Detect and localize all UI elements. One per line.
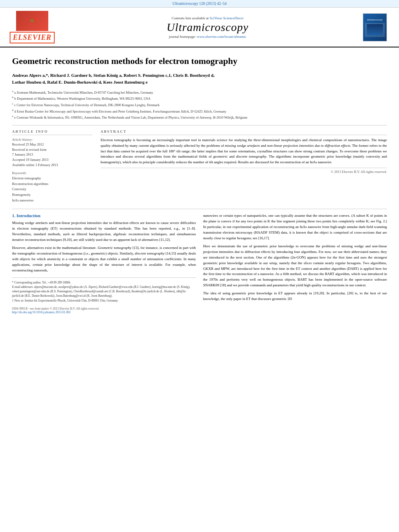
divider-body: [12, 209, 387, 209]
history-label: Article history:: [12, 138, 93, 142]
accepted-date: Accepted 19 January 2013: [12, 158, 93, 162]
doi-link-1: 0304-3991/$ - see front matter © 2013 El…: [12, 307, 196, 310]
affiliation-d: d d Ernst Ruska-Centre for Microscopy an…: [12, 108, 387, 114]
keyword-1: Reconstruction algorithms: [12, 181, 93, 187]
journal-header: 🌿 ELSEVIER Contents lists available at S…: [0, 8, 399, 47]
doi-link-2[interactable]: http://dx.doi.org/10.1016/j.ultramic.201…: [12, 310, 196, 314]
body-col-left: 1. Introduction Missing wedge artefacts …: [12, 213, 196, 314]
article-info-col: ARTICLE INFO Article history: Received 2…: [12, 129, 93, 203]
received-date: Received 25 May 2012: [12, 142, 93, 147]
journal-citation-text: Ultramicroscopy 128 (2013) 42–54: [173, 2, 226, 6]
info-abstract-row: ARTICLE INFO Article history: Received 2…: [12, 129, 387, 203]
journal-title-area: Contents lists available at SciVerse Sci…: [56, 16, 359, 39]
footnote-2: 1 Now at: Institut für Experimentelle Ph…: [12, 298, 196, 303]
received-revised-label: Received in revised form: [12, 148, 93, 152]
sciverse-link[interactable]: SciVerse ScienceDirect: [210, 16, 243, 20]
affiliation-c: c c Center for Electron Nanoscopy, Techn…: [12, 102, 387, 108]
journal-homepage: journal homepage: www.elsevier.com/locat…: [56, 35, 359, 39]
article-title: Geometric reconstruction methods for ele…: [12, 55, 387, 67]
main-content: Geometric reconstruction methods for ele…: [0, 47, 399, 322]
body-para-right-1: Here we demonstrate the use of geometric…: [203, 244, 387, 289]
keywords-section: Keywords: Electron tomography Reconstruc…: [12, 171, 93, 203]
section-1-heading: 1. Introduction: [12, 213, 196, 218]
journal-citation-banner: Ultramicroscopy 128 (2013) 42–54: [0, 0, 399, 8]
footnote-1: E-mail addresses: alpers@ma.tum.de, awal…: [12, 285, 196, 298]
affiliation-a: a a Zentrum Mathematik, Technische Unive…: [12, 89, 387, 95]
journal-name: Ultramicroscopy: [56, 21, 359, 34]
affiliations-block: a a Zentrum Mathematik, Technische Unive…: [12, 89, 387, 120]
copyright-text: © 2013 Elsevier B.V. All rights reserved…: [101, 168, 387, 174]
body-col-right: nanowires or certain types of nanopartic…: [203, 213, 387, 314]
thumb-text: ultramicroscopy: [366, 18, 384, 22]
abstract-text: Electron tomography is becoming an incre…: [101, 138, 387, 166]
abstract-header: ABSTRACT: [101, 129, 387, 135]
bottom-links: 0304-3991/$ - see front matter © 2013 El…: [12, 307, 196, 314]
author-line-2: Lothar Houben d, Rafal E. Dunin-Borkowsk…: [12, 80, 148, 84]
elsevier-label: ELSEVIER: [10, 32, 55, 43]
keyword-0: Electron tomography: [12, 176, 93, 181]
affiliation-e: e e Centrum Wiskunde & Informatica, NL-1…: [12, 114, 387, 120]
body-para-right-0: nanowires or certain types of nanopartic…: [203, 213, 387, 241]
footnote-0: * Corresponding author. Tel.: +49 89 289…: [12, 280, 196, 285]
body-para-right-2: The idea of using geometric prior knowle…: [203, 291, 387, 302]
authors-block: Andreas Alpers a,*, Richard J. Gardner b…: [12, 72, 387, 86]
body-para-1: However, alternatives exist in the mathe…: [12, 245, 196, 273]
body-columns: 1. Introduction Missing wedge artefacts …: [12, 213, 387, 314]
keywords-label: Keywords:: [12, 171, 93, 175]
elsevier-logo-area: 🌿 ELSEVIER: [8, 11, 56, 43]
available-date: Available online 1 February 2013: [12, 163, 93, 168]
keyword-2: Convexity: [12, 187, 93, 192]
author-line-1: Andreas Alpers a,*, Richard J. Gardner b…: [12, 73, 214, 78]
abstract-col: ABSTRACT Electron tomography is becoming…: [101, 129, 387, 203]
keyword-4: InAs nanowires: [12, 198, 93, 203]
journal-cover-thumb: ultramicroscopy: [363, 13, 387, 41]
homepage-url[interactable]: www.elsevier.com/locate/ultramic: [197, 35, 246, 39]
revised-date: 7 January 2013: [12, 152, 93, 157]
divider-top: [12, 125, 387, 125]
keyword-3: Homogeneity: [12, 192, 93, 198]
footnote-area: * Corresponding author. Tel.: +49 89 289…: [12, 277, 196, 303]
sciverse-line: Contents lists available at SciVerse Sci…: [56, 16, 359, 20]
body-para-0: Missing wedge artefacts and non-linear p…: [12, 220, 196, 243]
article-info-header: ARTICLE INFO: [12, 129, 93, 135]
affiliation-b: b b Department of Mathematics, Western W…: [12, 95, 387, 101]
journal-thumbnail: ultramicroscopy: [359, 13, 391, 41]
